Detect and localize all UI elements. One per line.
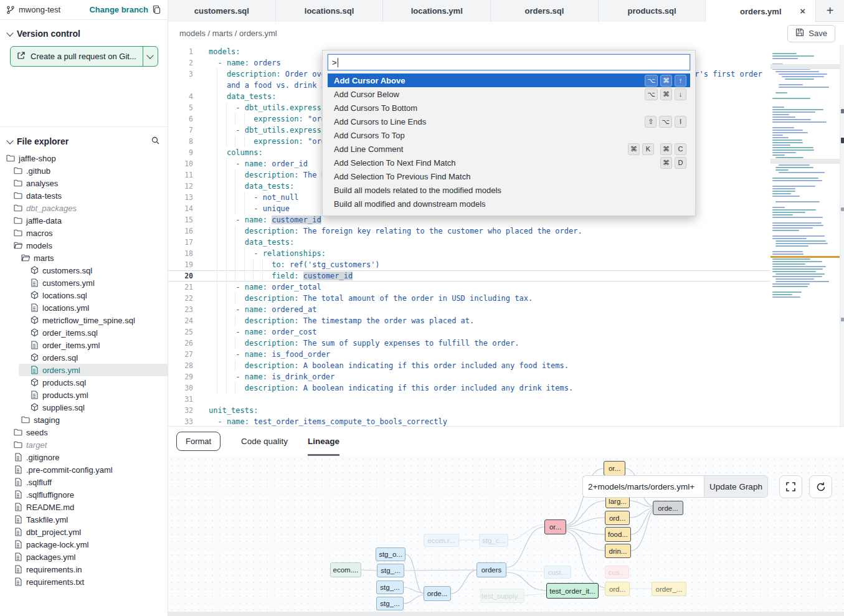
- tab-orders-yml[interactable]: orders.yml×: [706, 0, 816, 22]
- lineage-node-ord-[interactable]: ord...: [605, 511, 630, 525]
- file-tree-item-customers-yml[interactable]: customers.yml: [0, 277, 168, 289]
- file-tree-item-order-items-sql[interactable]: order_items.sql: [0, 326, 168, 339]
- update-graph-button[interactable]: Update Graph: [704, 475, 768, 498]
- editor-scrollbar[interactable]: [840, 45, 844, 427]
- lineage-node-test-supply-[interactable]: test_supply...: [480, 589, 524, 603]
- tab-locations-yml[interactable]: locations.yml: [383, 0, 491, 22]
- file-tree-item-customers-sql[interactable]: customers.sql: [0, 264, 168, 277]
- file-tree-item-jaffle-shop[interactable]: jaffle-shop: [0, 152, 168, 164]
- code-line[interactable]: 28 description: A boolean indicating if …: [168, 360, 771, 371]
- refresh-button[interactable]: [809, 475, 832, 498]
- palette-item-add-cursors-to-bottom[interactable]: Add Cursors To Bottom: [328, 101, 690, 115]
- file-tree-item-dbt-packages[interactable]: dbt_packages: [0, 202, 168, 214]
- minimap[interactable]: [771, 53, 840, 322]
- code-line[interactable]: 22 description: The total amount of the …: [168, 293, 771, 304]
- save-button[interactable]: Save: [787, 25, 835, 42]
- lineage-node-food-[interactable]: food...: [605, 527, 631, 542]
- lineage-node-orders[interactable]: orders: [477, 562, 506, 577]
- file-tree-item-orders-yml[interactable]: orders.yml: [19, 364, 168, 376]
- file-tree-item--pre-commit-config-yaml[interactable]: .pre-commit-config.yaml: [0, 463, 168, 476]
- file-tree-item-taskfile-yml[interactable]: Taskfile.yml: [0, 513, 168, 526]
- file-tree-item-products-yml[interactable]: products.yml: [0, 389, 168, 401]
- close-icon[interactable]: ×: [800, 6, 805, 16]
- lineage-node-or-[interactable]: or...: [604, 461, 625, 476]
- panel-tab-code-quality[interactable]: Code quality: [241, 427, 288, 456]
- file-tree-item-packages-yml[interactable]: packages.yml: [0, 551, 168, 563]
- file-tree-item-metricflow-time-spine-sql[interactable]: metricflow_time_spine.sql: [0, 314, 168, 326]
- tab-customers-sql[interactable]: customers.sql: [168, 0, 276, 22]
- lineage-node-or-[interactable]: or...: [544, 519, 566, 534]
- palette-item-add-line-comment[interactable]: Add Line Comment⌘K⌘C: [328, 142, 690, 156]
- file-tree-item-jaffle-data[interactable]: jaffle-data: [0, 214, 168, 227]
- palette-item-build-all-modified-and-downstream-models[interactable]: Build all modified and downstream models: [328, 197, 690, 211]
- file-tree-item-orders-sql[interactable]: orders.sql: [0, 351, 168, 364]
- lineage-node-stg-[interactable]: stg_...: [376, 597, 404, 610]
- search-icon[interactable]: [151, 136, 160, 147]
- lineage-node-stg-c-[interactable]: stg_c...: [479, 534, 508, 547]
- lineage-graph[interactable]: ecom....stg_o...stg_...stg_...stg_...ord…: [168, 456, 844, 612]
- code-line[interactable]: 29 - name: is_drink_order: [168, 371, 771, 382]
- code-line[interactable]: 25 - name: order_cost: [168, 326, 771, 338]
- file-explorer-header[interactable]: File explorer: [0, 126, 168, 152]
- file-tree-item-analyses[interactable]: analyses: [0, 177, 168, 189]
- palette-item-add-cursor-above[interactable]: Add Cursor Above⌥⌘↑: [328, 73, 690, 87]
- lineage-node-ord-[interactable]: ord...: [605, 582, 630, 596]
- file-tree-item-requirements-in[interactable]: requirements.in: [0, 563, 168, 576]
- lineage-node-stg-[interactable]: stg_...: [376, 580, 404, 594]
- lineage-node-drin-[interactable]: drin...: [605, 544, 631, 558]
- file-tree-item--github[interactable]: .github: [0, 164, 168, 177]
- file-tree-item--sqlfluffignore[interactable]: .sqlfluffignore: [0, 488, 168, 501]
- file-tree-item-supplies-sql[interactable]: supplies.sql: [0, 401, 168, 414]
- file-tree-item-marts[interactable]: marts: [0, 252, 168, 264]
- lineage-node-orde-[interactable]: orde...: [653, 501, 683, 515]
- file-tree-item-staging[interactable]: staging: [0, 414, 168, 426]
- file-tree-item-requirements-txt[interactable]: requirements.txt: [0, 576, 168, 588]
- file-tree-item-data-tests[interactable]: data-tests: [0, 189, 168, 202]
- tab-locations-sql[interactable]: locations.sql: [276, 0, 384, 22]
- create-pr-button[interactable]: Create a pull request on Git...: [10, 46, 158, 67]
- file-tree-item-order-items-yml[interactable]: order_items.yml: [0, 339, 168, 351]
- code-line[interactable]: 30 description: A boolean indicating if …: [168, 382, 771, 394]
- file-tree-item-target[interactable]: target: [0, 438, 168, 451]
- tab-orders-sql[interactable]: orders.sql: [491, 0, 599, 22]
- command-palette-input[interactable]: >: [328, 54, 690, 70]
- new-tab-button[interactable]: +: [816, 0, 844, 21]
- code-line[interactable]: 33 - name: test_order_items_compute_to_b…: [168, 416, 771, 427]
- lineage-node-orde-[interactable]: orde...: [424, 586, 451, 601]
- file-tree-item--sqlfluff[interactable]: .sqlfluff: [0, 476, 168, 488]
- lineage-node-stg-o-[interactable]: stg_o...: [376, 547, 405, 561]
- lineage-node-stg-[interactable]: stg_...: [377, 564, 404, 577]
- file-tree-item-dbt-project-yml[interactable]: dbt_project.yml: [0, 526, 168, 538]
- code-line[interactable]: 23 - name: ordered_at: [168, 304, 771, 315]
- change-branch-link[interactable]: Change branch: [89, 5, 148, 14]
- code-line[interactable]: 17 data_tests:: [168, 237, 771, 248]
- palette-item-add-cursors-to-line-ends[interactable]: Add Cursors to Line Ends⇧⌥I: [328, 115, 690, 128]
- file-tree-item--gitignore[interactable]: .gitignore: [0, 451, 168, 463]
- code-line[interactable]: 18 - relationships:: [168, 248, 771, 259]
- palette-item-add-selection-to-previous-find-match[interactable]: Add Selection To Previous Find Match: [328, 169, 690, 183]
- file-tree-item-products-sql[interactable]: products.sql: [0, 376, 168, 389]
- file-tree-item-models[interactable]: models: [0, 239, 168, 252]
- code-line[interactable]: 20 field: customer_id: [168, 270, 771, 282]
- code-line[interactable]: 19 to: ref('stg_customers'): [168, 259, 771, 270]
- code-line[interactable]: 27 - name: is_food_order: [168, 349, 771, 360]
- pr-dropdown-caret[interactable]: [143, 47, 158, 66]
- copy-icon[interactable]: [152, 5, 161, 14]
- lineage-node-ecom-[interactable]: ecom....: [330, 562, 361, 577]
- file-tree-item-locations-yml[interactable]: locations.yml: [0, 301, 168, 314]
- file-tree-item-macros[interactable]: macros: [0, 227, 168, 239]
- code-line[interactable]: 16 description: The foreign key relating…: [168, 225, 771, 237]
- format-button[interactable]: Format: [176, 432, 220, 451]
- file-tree-item-locations-sql[interactable]: locations.sql: [0, 289, 168, 301]
- fullscreen-button[interactable]: [779, 475, 802, 498]
- palette-item-add-cursor-below[interactable]: Add Cursor Below⌥⌘↓: [328, 87, 690, 101]
- palette-item-add-cursors-to-top[interactable]: Add Cursors To Top: [328, 128, 690, 142]
- version-control-header[interactable]: Version control: [0, 20, 168, 44]
- lineage-hscrollbar[interactable]: [168, 612, 844, 616]
- code-line[interactable]: 24 description: The timestamp the order …: [168, 315, 771, 326]
- code-line[interactable]: 26 description: The sum of supply expens…: [168, 338, 771, 349]
- lineage-node-cus-[interactable]: cus...: [605, 566, 629, 579]
- tab-products-sql[interactable]: products.sql: [599, 0, 706, 22]
- palette-item-build-all-models-related-to-the-modified-models[interactable]: Build all models related to the modified…: [328, 183, 690, 197]
- palette-item-add-selection-to-next-find-match[interactable]: Add Selection To Next Find Match⌘D: [328, 156, 690, 169]
